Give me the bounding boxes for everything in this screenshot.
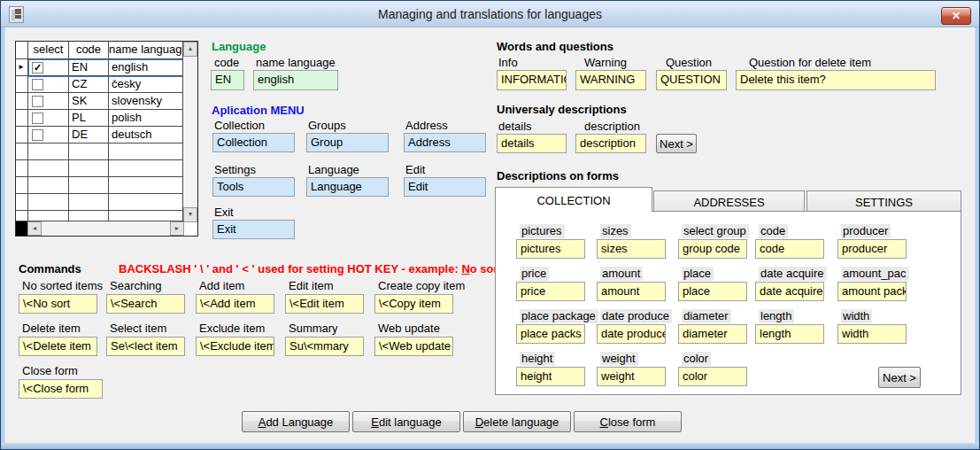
cell-name[interactable]: deutsch (109, 127, 184, 144)
menu-field[interactable]: Edit (404, 177, 486, 197)
name-language-field[interactable]: english (253, 70, 338, 90)
command-field[interactable]: \<Close form (19, 379, 103, 399)
title-bar[interactable]: Managing and translations for languages … (1, 1, 979, 27)
select-checkbox[interactable] (32, 96, 43, 107)
code-field[interactable]: EN (211, 70, 244, 90)
form-field[interactable]: place (678, 282, 747, 301)
form-field[interactable]: amount packs (837, 282, 907, 301)
menu-field[interactable]: Group (306, 133, 389, 152)
command-field[interactable]: Se\<lect item (106, 337, 185, 356)
form-field[interactable]: price (516, 282, 585, 301)
form-field[interactable]: producer (837, 239, 907, 259)
form-field-label: amount (600, 267, 643, 280)
form-field[interactable]: sizes (597, 239, 666, 259)
grid-header-select[interactable]: select (28, 42, 69, 59)
edit-language-button[interactable]: Edit language (352, 411, 460, 432)
cell-name[interactable]: english (109, 59, 184, 76)
cell-code[interactable]: EN (69, 59, 109, 76)
command-field[interactable]: \<Copy item (374, 294, 453, 314)
menu-field[interactable]: Address (404, 133, 486, 152)
select-checkbox[interactable] (32, 112, 43, 124)
details-field[interactable]: details (497, 134, 567, 153)
delete-question-field[interactable]: Delete this item? (736, 70, 936, 90)
table-row[interactable]: ► ✓ EN english (16, 59, 197, 76)
command-field[interactable]: \<Search (106, 294, 185, 314)
cell-name[interactable]: polish (109, 110, 184, 127)
table-row[interactable]: DE deutsch (16, 127, 197, 144)
cell-code[interactable]: DE (69, 127, 109, 144)
grid-horizontal-scrollbar[interactable]: ◄ ► (16, 221, 184, 236)
command-field[interactable]: \<Delete item (19, 337, 97, 356)
form-field[interactable]: width (837, 324, 907, 344)
form-field-label: price (520, 267, 549, 280)
window: Managing and translations for languages … (0, 0, 980, 450)
cell-name[interactable]: slovensky (109, 93, 184, 110)
scroll-left-icon[interactable]: ◄ (27, 221, 42, 236)
close-button[interactable]: ✕ (941, 7, 971, 25)
delete-language-button[interactable]: Delete language (463, 411, 571, 432)
form-field[interactable]: code (755, 239, 824, 259)
command-field[interactable]: \<Web update (374, 337, 453, 356)
grid-header-name[interactable]: name language (109, 42, 184, 59)
select-checkbox[interactable]: ✓ (32, 62, 43, 74)
command-field[interactable]: \<No sort (19, 294, 97, 314)
universal-next-button[interactable]: Next > (656, 134, 697, 153)
scroll-down-icon[interactable]: ▼ (183, 207, 197, 222)
code-label: code (214, 56, 239, 69)
command-field[interactable]: Su\<mmary (285, 337, 364, 356)
tab-settings[interactable]: SETTINGS (806, 190, 961, 212)
menu-field[interactable]: Language (306, 177, 389, 197)
description-label: description (584, 120, 640, 133)
form-field-label: amount_pac (841, 267, 909, 280)
info-field[interactable]: INFORMATION (497, 70, 567, 90)
form-field-label: place package (520, 309, 598, 322)
cell-code[interactable]: SK (69, 93, 109, 110)
command-field[interactable]: \<Exclude item (196, 337, 274, 356)
select-checkbox[interactable] (32, 129, 43, 141)
form-field[interactable]: height (516, 367, 585, 386)
cell-code[interactable]: PL (69, 110, 109, 127)
menu-field[interactable]: Exit (212, 220, 295, 239)
table-row-empty (16, 177, 197, 194)
form-field[interactable]: amount (597, 282, 666, 301)
row-pointer-icon: ► (16, 59, 28, 76)
menu-field[interactable]: Collection (212, 133, 295, 152)
menu-label: Language (308, 163, 359, 176)
add-language-button[interactable]: Add Language (242, 411, 350, 432)
scroll-up-icon[interactable]: ▲ (183, 42, 197, 57)
description-field[interactable]: description (575, 134, 646, 153)
command-field[interactable]: \<Edit item (285, 294, 364, 314)
form-field[interactable]: place packs (516, 324, 585, 344)
table-row[interactable]: PL polish (16, 110, 197, 127)
form-field[interactable]: date acquire (755, 282, 824, 301)
command-label: Edit item (289, 279, 334, 292)
close-form-button[interactable]: Close form (574, 411, 682, 432)
menu-label: Address (405, 119, 448, 132)
table-row[interactable]: CZ česky (16, 76, 197, 93)
table-row[interactable]: SK slovensky (16, 93, 197, 110)
select-checkbox[interactable] (32, 79, 43, 90)
form-field-label: select group (682, 224, 749, 237)
form-field[interactable]: color (678, 367, 747, 386)
form-field[interactable]: date produced (597, 324, 666, 344)
command-field[interactable]: \<Add item (196, 294, 274, 314)
forms-next-button[interactable]: Next > (878, 367, 921, 388)
warning-field[interactable]: WARNING (575, 70, 646, 90)
form-field[interactable]: diameter (678, 324, 747, 344)
grid-header-code[interactable]: code (69, 42, 109, 59)
tab-collection[interactable]: COLLECTION (495, 187, 652, 212)
form-field[interactable]: length (755, 324, 824, 344)
form-field-label: place (682, 267, 714, 280)
form-field[interactable]: group code (678, 239, 747, 259)
form-field[interactable]: weight (597, 367, 666, 386)
table-row-empty (16, 160, 197, 177)
grid-vertical-scrollbar[interactable]: ▲ ▼ (182, 42, 197, 222)
form-field[interactable]: pictures (516, 239, 585, 259)
question-field[interactable]: QUESTION (656, 70, 727, 90)
cell-name[interactable]: česky (109, 76, 184, 93)
scroll-right-icon[interactable]: ► (170, 221, 184, 236)
tab-addresses[interactable]: ADDRESSES (653, 190, 805, 212)
menu-field[interactable]: Tools (212, 177, 295, 197)
form-field-label: length (759, 309, 794, 322)
cell-code[interactable]: CZ (69, 76, 109, 93)
